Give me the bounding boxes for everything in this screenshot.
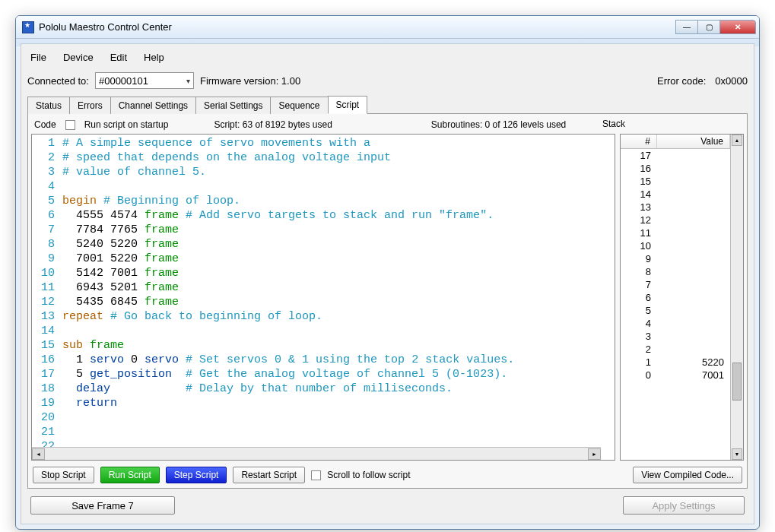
stack-row[interactable]: 4 (621, 317, 730, 330)
scroll-right-icon[interactable]: ► (588, 448, 601, 460)
run-on-startup-checkbox[interactable] (65, 120, 75, 130)
stack-row[interactable]: 2 (621, 343, 730, 356)
code-line[interactable]: 11 6943 5201 frame (37, 280, 610, 295)
line-number: 8 (37, 237, 62, 252)
code-line[interactable]: 16 1 servo 0 servo # Set servos 0 & 1 us… (37, 353, 610, 367)
stack-row[interactable]: 16 (621, 162, 730, 175)
title-bar[interactable]: Pololu Maestro Control Center — ▢ ✕ (16, 16, 759, 39)
tab-status[interactable]: Status (27, 97, 70, 114)
stack-row-value (657, 304, 730, 317)
code-line[interactable]: 20 (37, 410, 610, 425)
bytes-used-label: Script: 63 of 8192 bytes used (214, 119, 332, 130)
stack-row[interactable]: 10 (621, 239, 730, 252)
menu-file[interactable]: File (30, 52, 46, 63)
tab-sequence[interactable]: Sequence (270, 97, 328, 114)
stack-row[interactable]: 13 (621, 201, 730, 214)
stack-row[interactable]: 15220 (621, 356, 730, 369)
code-line[interactable]: 21 (37, 425, 610, 439)
save-frame-button[interactable]: Save Frame 7 (30, 496, 175, 515)
stack-row[interactable]: 07001 (621, 369, 730, 382)
maximize-button[interactable]: ▢ (697, 20, 720, 34)
restart-script-button[interactable]: Restart Script (233, 467, 305, 483)
stack-header-value[interactable]: Value (657, 135, 730, 148)
code-line[interactable]: 2# speed that depends on the analog volt… (37, 150, 610, 165)
line-number: 9 (37, 252, 62, 266)
code-line[interactable]: 8 5240 5220 frame (37, 237, 610, 252)
code-line[interactable]: 9 7001 5220 frame (37, 252, 610, 266)
app-window: Pololu Maestro Control Center — ▢ ✕ File… (15, 15, 760, 530)
tab-script[interactable]: Script (328, 96, 368, 114)
scrollbar-thumb[interactable] (732, 363, 742, 401)
menu-device[interactable]: Device (63, 52, 94, 63)
stack-row-value (657, 317, 730, 330)
stack-row-value (657, 291, 730, 304)
stack-row[interactable]: 9 (621, 252, 730, 265)
stack-row[interactable]: 3 (621, 330, 730, 343)
code-line[interactable]: 18 delay # Delay by that number of milli… (37, 382, 610, 396)
line-number: 7 (37, 223, 62, 237)
scroll-down-icon[interactable]: ▼ (732, 448, 742, 460)
scroll-follow-checkbox[interactable] (311, 470, 321, 480)
stop-script-button[interactable]: Stop Script (33, 467, 94, 483)
stack-header-num[interactable]: # (621, 135, 657, 148)
code-line[interactable]: 1# A simple sequence of servo movements … (37, 136, 610, 150)
code-line[interactable]: 14 (37, 324, 610, 338)
step-script-button[interactable]: Step Script (166, 467, 227, 483)
code-line[interactable]: 15sub frame (37, 338, 610, 353)
code-hscrollbar[interactable]: ◄ ► (32, 447, 601, 460)
minimize-button[interactable]: — (675, 20, 698, 34)
device-select-value: #00000101 (99, 75, 148, 87)
code-line[interactable]: 5begin # Beginning of loop. (37, 194, 610, 208)
tab-channel-settings[interactable]: Channel Settings (110, 97, 196, 114)
stack-row[interactable]: 12 (621, 214, 730, 226)
stack-row-num: 2 (621, 343, 657, 356)
error-code-label: Error code: (657, 75, 706, 87)
apply-settings-button[interactable]: Apply Settings (623, 496, 745, 515)
stack-row[interactable]: 14 (621, 188, 730, 201)
code-line[interactable]: 12 5435 6845 frame (37, 295, 610, 309)
line-number: 11 (37, 280, 62, 295)
menu-help[interactable]: Help (144, 52, 164, 63)
stack-row-num: 0 (621, 369, 657, 382)
firmware-label: Firmware version: 1.00 (200, 75, 300, 87)
menu-bar: File Device Edit Help (27, 47, 748, 71)
scroll-left-icon[interactable]: ◄ (32, 448, 45, 460)
menu-edit[interactable]: Edit (110, 52, 127, 63)
stack-row[interactable]: 17 (621, 149, 730, 162)
stack-row-num: 13 (621, 201, 657, 214)
scroll-up-icon[interactable]: ▲ (732, 135, 742, 146)
stack-vscrollbar[interactable]: ▲ ▼ (730, 135, 743, 460)
window-title: Pololu Maestro Control Center (39, 21, 172, 33)
device-select[interactable]: #00000101 (95, 72, 194, 89)
view-compiled-code-button[interactable]: View Compiled Code... (633, 467, 742, 483)
stack-row[interactable]: 15 (621, 175, 730, 188)
code-line[interactable]: 6 4555 4574 frame # Add servo targets to… (37, 208, 610, 223)
stack-row[interactable]: 8 (621, 265, 730, 278)
stack-title: Stack (601, 119, 625, 131)
stack-row[interactable]: 7 (621, 278, 730, 291)
line-number: 21 (37, 425, 62, 439)
line-number: 17 (37, 367, 62, 382)
stack-row-value (657, 175, 730, 188)
tab-serial-settings[interactable]: Serial Settings (195, 97, 271, 114)
code-label: Code (34, 119, 56, 130)
line-number: 2 (37, 150, 62, 165)
code-line[interactable]: 13repeat # Go back to beginning of loop. (37, 309, 610, 324)
code-line[interactable]: 19 return (37, 396, 610, 410)
line-number: 12 (37, 295, 62, 309)
line-number: 13 (37, 309, 62, 324)
stack-row-value (657, 214, 730, 226)
stack-row-num: 12 (621, 214, 657, 226)
code-line[interactable]: 7 7784 7765 frame (37, 223, 610, 237)
run-script-button[interactable]: Run Script (100, 467, 160, 483)
stack-row[interactable]: 6 (621, 291, 730, 304)
code-editor[interactable]: 1# A simple sequence of servo movements … (31, 134, 615, 461)
code-line[interactable]: 3# value of channel 5. (37, 165, 610, 179)
code-line[interactable]: 4 (37, 179, 610, 194)
close-button[interactable]: ✕ (719, 20, 756, 34)
tab-errors[interactable]: Errors (69, 97, 111, 114)
code-line[interactable]: 10 5142 7001 frame (37, 266, 610, 280)
stack-row[interactable]: 5 (621, 304, 730, 317)
code-line[interactable]: 17 5 get_position # Get the analog volta… (37, 367, 610, 382)
stack-row[interactable]: 11 (621, 226, 730, 239)
